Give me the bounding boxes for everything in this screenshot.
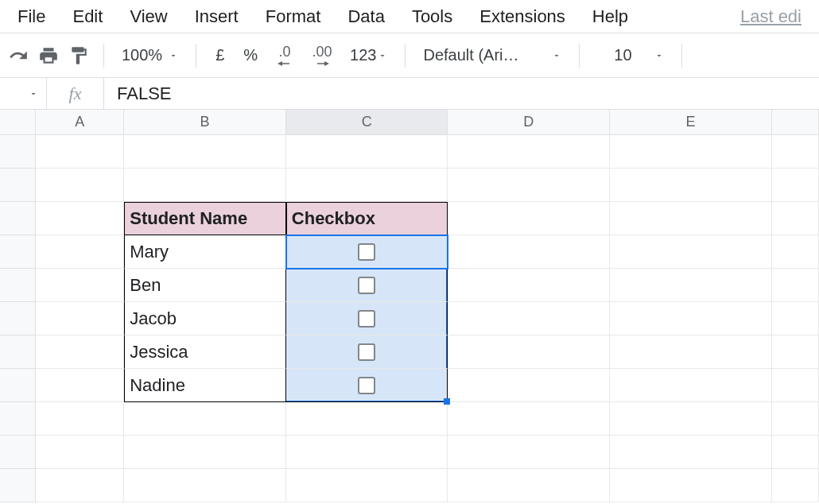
cell[interactable] [448, 402, 610, 436]
cell[interactable] [286, 135, 448, 169]
cell[interactable] [610, 402, 772, 436]
print-button[interactable] [35, 42, 62, 69]
table-header-checkbox[interactable]: Checkbox [286, 202, 448, 235]
cell[interactable] [610, 169, 772, 202]
checkbox-icon[interactable] [358, 343, 375, 361]
row-header[interactable] [0, 369, 36, 402]
cell[interactable] [36, 402, 124, 436]
cell[interactable] [448, 169, 610, 202]
cell[interactable] [286, 436, 448, 469]
cell[interactable] [772, 202, 819, 235]
cell[interactable] [610, 235, 772, 269]
cell[interactable] [124, 402, 286, 436]
cell[interactable] [772, 335, 819, 369]
cell[interactable] [610, 269, 772, 302]
font-combo[interactable]: Default (Ari… [417, 42, 568, 69]
cell[interactable] [36, 302, 124, 335]
cell[interactable] [286, 169, 448, 202]
cell[interactable] [448, 436, 610, 469]
cell[interactable] [610, 469, 772, 502]
menu-format[interactable]: Format [253, 2, 334, 32]
row-header[interactable] [0, 202, 36, 235]
cell[interactable] [772, 402, 819, 436]
cell[interactable] [36, 202, 124, 235]
table-cell-checkbox[interactable] [286, 335, 448, 369]
paint-format-button[interactable] [65, 42, 92, 69]
row-header[interactable] [0, 169, 36, 202]
table-cell-checkbox[interactable] [286, 302, 448, 335]
increase-decimal-button[interactable]: .00 [304, 42, 340, 69]
cell[interactable] [36, 469, 124, 502]
cell[interactable] [286, 469, 448, 502]
percent-button[interactable]: % [235, 42, 266, 69]
cell[interactable] [448, 135, 610, 169]
table-header-name[interactable]: Student Name [124, 202, 286, 235]
cell[interactable] [448, 235, 610, 269]
cell[interactable] [448, 335, 610, 369]
table-cell-name[interactable]: Jacob [124, 302, 286, 335]
table-cell-name[interactable]: Nadine [124, 369, 286, 402]
formula-input[interactable] [104, 78, 819, 109]
cell[interactable] [610, 135, 772, 169]
redo-button[interactable] [5, 42, 32, 69]
cell[interactable] [772, 369, 819, 402]
cell[interactable] [772, 302, 819, 335]
zoom-combo[interactable]: 100% [115, 42, 184, 69]
decrease-decimal-button[interactable]: .0 [269, 42, 301, 69]
row-header[interactable] [0, 135, 36, 169]
cell[interactable] [36, 369, 124, 402]
menu-data[interactable]: Data [335, 2, 397, 32]
menu-tools[interactable]: Tools [399, 2, 465, 32]
last-edit-link[interactable]: Last edi [728, 2, 814, 32]
col-header-b[interactable]: B [124, 110, 286, 134]
cell[interactable] [610, 369, 772, 402]
menu-file[interactable]: File [5, 2, 58, 32]
row-header[interactable] [0, 469, 36, 502]
col-header-e[interactable]: E [610, 110, 772, 134]
cell[interactable] [610, 302, 772, 335]
cell[interactable] [36, 235, 124, 269]
cell[interactable] [124, 169, 286, 202]
menu-insert[interactable]: Insert [182, 2, 251, 32]
table-cell-name[interactable]: Jessica [124, 335, 286, 369]
checkbox-icon[interactable] [358, 277, 375, 294]
cell[interactable] [36, 169, 124, 202]
cell[interactable] [36, 135, 124, 169]
checkbox-icon[interactable] [358, 243, 375, 261]
cell[interactable] [286, 402, 448, 436]
checkbox-icon[interactable] [358, 310, 375, 328]
cell[interactable] [772, 169, 819, 202]
table-cell-checkbox[interactable] [286, 269, 448, 302]
col-header-d[interactable]: D [448, 110, 610, 134]
select-all-corner[interactable] [0, 110, 36, 134]
currency-button[interactable]: £ [208, 42, 232, 69]
cell[interactable] [36, 269, 124, 302]
checkbox-icon[interactable] [358, 377, 375, 394]
cell[interactable] [772, 269, 819, 302]
cell[interactable] [772, 436, 819, 469]
cell[interactable] [448, 269, 610, 302]
col-header-c[interactable]: C [286, 110, 448, 134]
cell[interactable] [124, 436, 286, 469]
cell[interactable] [610, 202, 772, 235]
menu-help[interactable]: Help [580, 2, 641, 32]
cell[interactable] [448, 469, 610, 502]
row-header[interactable] [0, 235, 36, 269]
table-cell-checkbox[interactable] [286, 235, 448, 269]
row-header[interactable] [0, 269, 36, 302]
cell[interactable] [772, 469, 819, 502]
table-cell-name[interactable]: Mary [124, 235, 286, 269]
row-header[interactable] [0, 402, 36, 436]
cell[interactable] [772, 235, 819, 269]
cell[interactable] [610, 335, 772, 369]
font-size-combo[interactable]: 10 [591, 42, 670, 69]
cell[interactable] [610, 436, 772, 469]
cell[interactable] [772, 135, 819, 169]
cell[interactable] [36, 436, 124, 469]
cell[interactable] [36, 335, 124, 369]
col-header-f[interactable] [772, 110, 819, 134]
cell[interactable] [448, 202, 610, 235]
cell[interactable] [448, 369, 610, 402]
table-cell-name[interactable]: Ben [124, 269, 286, 302]
cell[interactable] [124, 135, 286, 169]
